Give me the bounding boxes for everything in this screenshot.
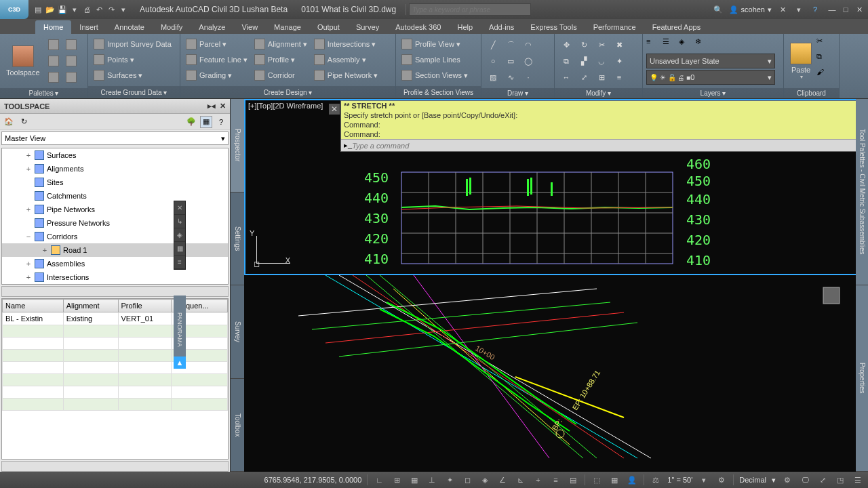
tree-catchments[interactable]: Catchments	[2, 189, 228, 203]
sb-annovis-icon[interactable]: ▾	[698, 474, 710, 486]
sb-iso-icon[interactable]: ◳	[834, 474, 846, 486]
qat-open-icon[interactable]: 📂	[45, 4, 56, 15]
rect-icon[interactable]: ▭	[502, 54, 519, 68]
toolspace-close-icon[interactable]: ✕	[220, 102, 226, 110]
ft-tool2-icon[interactable]: ▦	[174, 242, 185, 256]
sb-infer-icon[interactable]: ∟	[373, 474, 385, 486]
help-icon[interactable]: ?	[810, 4, 821, 15]
close-button[interactable]: ✕	[853, 4, 865, 15]
panel-draw-label[interactable]: Draw ▾	[481, 88, 554, 98]
sb-qp-icon[interactable]: ▦	[608, 474, 620, 486]
sb-monitor-icon[interactable]: 🖵	[799, 474, 811, 486]
scale-icon[interactable]: ⤢	[576, 70, 592, 85]
layer-current-combo[interactable]: 💡 ☀ 🔓 🖨 ■ 0▾	[646, 70, 775, 85]
tree-sites[interactable]: Sites	[2, 176, 228, 189]
sb-units[interactable]: Decimal	[739, 476, 766, 484]
tab-featured[interactable]: Featured Apps	[644, 20, 709, 34]
ft-tool3-icon[interactable]: ≡	[174, 256, 185, 269]
infocenter-search[interactable]	[409, 3, 531, 16]
col-profile[interactable]: Profile	[118, 300, 172, 312]
copy-icon[interactable]: ⧉	[558, 54, 574, 68]
sb-ortho-icon[interactable]: ⊥	[426, 474, 438, 486]
palette-btn2[interactable]	[63, 37, 79, 52]
tab-performance[interactable]: Performance	[585, 20, 644, 34]
match-icon[interactable]: 🖌	[816, 68, 830, 83]
import-survey-button[interactable]: Import Survey Data	[91, 37, 174, 52]
panel-ground-label[interactable]: Create Ground Data ▾	[88, 86, 180, 98]
arc-icon[interactable]: ◠	[520, 37, 536, 52]
trim-icon[interactable]: ✂	[593, 37, 610, 52]
tree-corridors[interactable]: −Corridors	[2, 230, 228, 243]
cmd-close-icon[interactable]: ✕	[329, 104, 340, 115]
item-grid[interactable]: NameAlignmentProfileFrequen... BL - Exis…	[1, 298, 229, 460]
toolspace-pin-icon[interactable]: ▸◂	[208, 102, 216, 110]
corridor-button[interactable]: Corridor	[252, 68, 310, 83]
sb-hw-icon[interactable]: ⤢	[816, 474, 829, 486]
exchange-icon[interactable]: ✕	[777, 4, 788, 15]
palette-btn1[interactable]	[45, 37, 62, 52]
sb-annoscale-icon[interactable]: ⚖	[650, 474, 662, 486]
qat-save-icon[interactable]: 💾	[57, 4, 68, 15]
rtab-properties[interactable]: Properties	[856, 285, 868, 472]
qat-print-icon[interactable]: 🖨	[81, 4, 92, 15]
sb-scale[interactable]: 1" = 50'	[667, 476, 692, 484]
stay-connected-icon[interactable]: ▾	[793, 4, 804, 15]
palette-btn4[interactable]	[63, 54, 79, 68]
ts-home-icon[interactable]: 🏠	[3, 116, 15, 128]
samplelines-button[interactable]: Sample Lines	[399, 52, 471, 67]
tab-modify[interactable]: Modify	[153, 20, 191, 34]
intersections-button[interactable]: Intersections ▾	[311, 37, 380, 52]
panel-modify-label[interactable]: Modify ▾	[555, 88, 642, 98]
ts-help-icon[interactable]: ?	[215, 116, 227, 128]
sidetab-prospector[interactable]: Prospector	[231, 99, 244, 192]
alignment-button[interactable]: Alignment ▾	[252, 37, 310, 52]
panel-palettes-label[interactable]: Palettes ▾	[0, 88, 87, 98]
erase-icon[interactable]: ✖	[611, 37, 627, 52]
spline-icon[interactable]: ∿	[502, 70, 519, 85]
profileview-button[interactable]: Profile View ▾	[399, 37, 471, 52]
sb-clean-icon[interactable]: ☰	[852, 474, 864, 486]
ft-close-icon[interactable]: ✕	[174, 201, 185, 215]
panel-design-label[interactable]: Create Design ▾	[180, 86, 395, 98]
sb-ws-icon[interactable]: ⚙	[781, 474, 793, 486]
search-icon[interactable]: 🔍	[713, 4, 724, 15]
tab-annotate[interactable]: Annotate	[106, 20, 153, 34]
user-menu[interactable]: 👤 scohen ▾	[729, 5, 772, 14]
tab-home[interactable]: Home	[35, 20, 71, 34]
palette-btn6[interactable]	[63, 70, 79, 85]
prospector-tree[interactable]: +Surfaces +Alignments Sites Catchments +…	[1, 148, 229, 285]
explode-icon[interactable]: ✦	[611, 54, 627, 68]
rtab-toolpalettes[interactable]: Tool Palettes - Civil Metric Subassembli…	[856, 99, 868, 285]
featureline-button[interactable]: Feature Line ▾	[183, 52, 250, 67]
sb-3dosnap-icon[interactable]: ◈	[479, 474, 491, 486]
tree-surfaces[interactable]: +Surfaces	[2, 148, 228, 162]
sb-lwt-icon[interactable]: ≡	[549, 474, 561, 486]
sb-tpy-icon[interactable]: ▤	[567, 474, 579, 486]
move-icon[interactable]: ✥	[558, 37, 574, 52]
parcel-button[interactable]: Parcel ▾	[183, 37, 250, 52]
panorama-arrow-icon[interactable]: ▲	[174, 357, 186, 369]
sidetab-toolbox[interactable]: Toolbox	[231, 379, 244, 472]
toolspace-button[interactable]: Toolspace	[2, 36, 44, 86]
tree-assemblies[interactable]: +Assemblies	[2, 257, 228, 270]
ts-view-combo[interactable]: Master View▾	[1, 131, 229, 145]
viewcube-bot[interactable]	[815, 279, 848, 312]
sb-model-icon[interactable]: ⬚	[591, 474, 603, 486]
point-icon[interactable]: ·	[520, 70, 536, 85]
tab-addins[interactable]: Add-ins	[481, 20, 522, 34]
grading-button[interactable]: Grading ▾	[183, 68, 250, 83]
qat-more-icon[interactable]: ▾	[118, 4, 129, 15]
panorama-tab[interactable]: PANORAMA	[174, 296, 186, 363]
minimize-button[interactable]: —	[826, 4, 838, 15]
pipenetwork-button[interactable]: Pipe Network ▾	[311, 68, 380, 83]
sectionviews-button[interactable]: Section Views ▾	[399, 68, 471, 83]
tab-view[interactable]: View	[233, 20, 266, 34]
tree-alignments[interactable]: +Alignments	[2, 162, 228, 176]
sb-osnap-icon[interactable]: ◻	[461, 474, 473, 486]
layer-states-icon[interactable]: ☰	[663, 37, 677, 52]
layer-state-combo[interactable]: Unsaved Layer State▾	[646, 54, 775, 68]
col-alignment[interactable]: Alignment	[63, 300, 118, 312]
viewport-plan[interactable]: 10+00 EP: 10+88.71 BP:	[244, 275, 868, 472]
stretch-icon[interactable]: ↔	[558, 70, 574, 85]
cell-align[interactable]: Existing	[63, 312, 118, 325]
